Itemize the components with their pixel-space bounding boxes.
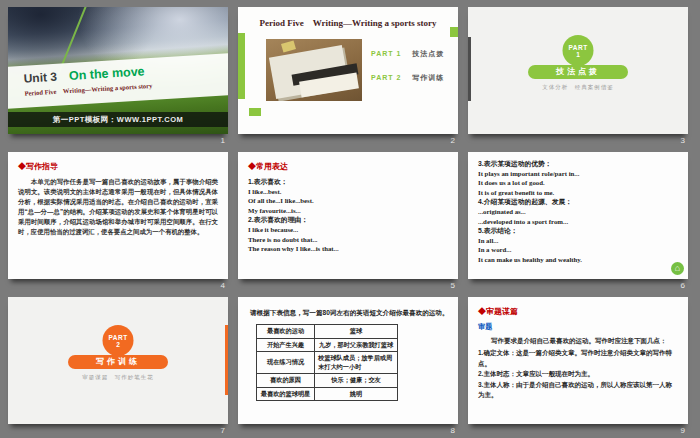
table-row: 现在练习情况 校篮球队成员；放学后或周末打大约一小时 <box>257 352 398 374</box>
section-heading: ◆写作指导 <box>18 161 218 172</box>
slide-title: Period Five Writing—Writing a sports sto… <box>238 17 458 30</box>
point-line: 1.确定文体：这是一篇介绍类文章。写作时注意介绍类文章的写作特点。 <box>478 348 678 369</box>
part-number: 2 <box>116 341 120 348</box>
slide-cell-4: ◆写作指导 本单元的写作任务是写一篇自己喜欢的运动故事，属于事物介绍类说明文。该… <box>8 152 228 297</box>
slide-thumbnail-6[interactable]: 3.表示某项运动的优势： It plays an important role/… <box>468 152 688 279</box>
slide-number: 5 <box>238 279 458 297</box>
table-value-cell: 姚明 <box>315 387 398 401</box>
table-key-cell: 最喜欢的运动 <box>257 325 315 339</box>
edge-bar-decoration <box>468 37 471 101</box>
expression-line: ...originated as... <box>478 207 678 217</box>
slide-cell-5: ◆常用表达 1.表示喜欢： I like...best. Of all the.… <box>238 152 458 297</box>
slide-thumbnail-9[interactable]: ◆审题谋篇 审题 写作要求是介绍自己最喜欢的运动。写作时应注意下面几点： 1.确… <box>468 297 688 424</box>
point-line: 2.主体时态：文章应以一般现在时为主。 <box>478 369 678 380</box>
expression-group-label: 3.表示某项运动的优势： <box>478 159 678 169</box>
expression-line: In a word... <box>478 245 678 255</box>
expression-group-label: 4.介绍某项运动的起源、发展： <box>478 197 678 207</box>
slide-number: 6 <box>468 279 688 297</box>
part-1-text: 技法点拨 <box>412 50 444 57</box>
table-key-cell: 喜欢的原因 <box>257 374 315 388</box>
slide-number: 8 <box>238 424 458 438</box>
section-heading: ◆审题谋篇 <box>478 306 678 317</box>
slide-thumbnail-2[interactable]: Period Five Writing—Writing a sports sto… <box>238 7 458 134</box>
section-subtitle: 文体分析 经典案例借鉴 <box>468 84 688 91</box>
expression-line: Of all the...I like...best. <box>248 196 448 206</box>
slide-thumbnail-7[interactable]: PART 2 写作训练 审题谋篇 写作妙笔生花 <box>8 297 228 424</box>
section-subtitle: 审题谋篇 写作妙笔生花 <box>8 374 228 381</box>
home-button[interactable]: ⌂ <box>671 262 684 275</box>
expression-line: The reason why I like...is that... <box>248 244 448 254</box>
expression-line: I like it because... <box>248 225 448 235</box>
slide-thumbnail-8[interactable]: 请根据下表信息，写一篇80词左右的英语短文介绍你最喜欢的运动。 最喜欢的运动 篮… <box>238 297 458 424</box>
expression-line: I like...best. <box>248 187 448 197</box>
part-word: PART <box>108 334 127 341</box>
table-value-cell: 九岁，那时父亲教我打篮球 <box>315 338 398 352</box>
slide-cell-6: 3.表示某项运动的优势： It plays an important role/… <box>468 152 688 297</box>
table-value-cell: 校篮球队成员；放学后或周末打大约一小时 <box>315 352 398 374</box>
slide-number: 2 <box>238 134 458 152</box>
table-value-cell: 篮球 <box>315 325 398 339</box>
expression-line: In all... <box>478 236 678 246</box>
slide-number: 1 <box>8 134 228 152</box>
part-circle-badge: PART 1 <box>563 35 594 66</box>
slide-cell-3: PART 1 技法点拨 文体分析 经典案例借鉴 3 <box>468 7 688 152</box>
expression-group-label: 2.表示喜欢的理由： <box>248 215 448 225</box>
notebook-photo <box>266 39 362 101</box>
slide-thumbnail-5[interactable]: ◆常用表达 1.表示喜欢： I like...best. Of all the.… <box>238 152 458 279</box>
part-2-label: PART 2 <box>371 74 401 81</box>
table-row: 最喜欢的运动 篮球 <box>257 325 398 339</box>
part-circle-badge: PART 2 <box>103 325 134 356</box>
slide-thumbnail-3[interactable]: PART 1 技法点拨 文体分析 经典案例借鉴 <box>468 7 688 134</box>
watermark-bar: 第一PPT模板网：WWW.1PPT.COM <box>8 112 228 127</box>
slide-thumbnail-4[interactable]: ◆写作指导 本单元的写作任务是写一篇自己喜欢的运动故事，属于事物介绍类说明文。该… <box>8 152 228 279</box>
table-key-cell: 开始产生兴趣 <box>257 338 315 352</box>
table-row: 最喜欢的篮球明星 姚明 <box>257 387 398 401</box>
section-title-pill: 写作训练 <box>68 355 168 369</box>
slide-cell-7: PART 2 写作训练 审题谋篇 写作妙笔生花 7 <box>8 297 228 438</box>
slide-thumbnail-grid: Unit 3 On the move Period Five Writing—W… <box>8 7 688 438</box>
expression-line: It can make us healthy and wealthy. <box>478 255 678 265</box>
part-number: 1 <box>576 51 580 58</box>
table-row: 喜欢的原因 快乐；健康；交友 <box>257 374 398 388</box>
unit-label: Unit 3 <box>23 70 57 86</box>
expression-line: ...developed into a sport from... <box>478 217 678 227</box>
table-key-cell: 现在练习情况 <box>257 352 315 374</box>
green-bar-decoration <box>238 33 245 99</box>
section-heading: ◆常用表达 <box>248 161 448 172</box>
expression-line: It does us a lot of good. <box>478 178 678 188</box>
photo-detail <box>281 40 296 52</box>
subsection-heading: 审题 <box>478 322 678 332</box>
intro-line: 写作要求是介绍自己最喜欢的运动。写作时应注意下面几点： <box>478 336 678 346</box>
task-info-table: 最喜欢的运动 篮球 开始产生兴趣 九岁，那时父亲教我打篮球 现在练习情况 校篮球… <box>256 324 398 401</box>
slide-number: 7 <box>8 424 228 438</box>
table-key-cell: 最喜欢的篮球明星 <box>257 387 315 401</box>
part-word: PART <box>568 44 587 51</box>
guidance-paragraph: 本单元的写作任务是写一篇自己喜欢的运动故事，属于事物介绍类说明文。该类说明文的主… <box>18 177 218 237</box>
expression-group-label: 5.表示结论： <box>478 226 678 236</box>
title-banner: Unit 3 On the move Period Five Writing—W… <box>8 53 228 109</box>
slide-cell-9: ◆审题谋篇 审题 写作要求是介绍自己最喜欢的运动。写作时应注意下面几点： 1.确… <box>468 297 688 438</box>
point-line: 3.主体人称：由于是介绍自己喜欢的运动，所以人称应该以第一人称为主。 <box>478 380 678 401</box>
task-instruction: 请根据下表信息，写一篇80词左右的英语短文介绍你最喜欢的运动。 <box>250 309 450 318</box>
slide-number: 9 <box>468 424 688 438</box>
slide-cell-2: Period Five Writing—Writing a sports sto… <box>238 7 458 152</box>
part-1-label: PART 1 <box>371 50 401 57</box>
slide-cell-1: Unit 3 On the move Period Five Writing—W… <box>8 7 228 152</box>
table-value-cell: 快乐；健康；交友 <box>315 374 398 388</box>
lesson-title: On the move <box>69 64 145 83</box>
expression-line: My favourite...is... <box>248 206 448 216</box>
slide-number: 3 <box>468 134 688 152</box>
agenda-part-1: PART 1 技法点拨 <box>371 49 444 59</box>
table-row: 开始产生兴趣 九岁，那时父亲教我打篮球 <box>257 338 398 352</box>
expression-line: It is of great benefit to me. <box>478 188 678 198</box>
slide-number: 4 <box>8 279 228 297</box>
part-2-text: 写作训练 <box>412 74 444 81</box>
green-square-decoration <box>249 108 261 116</box>
expression-line: There is no doubt that... <box>248 235 448 245</box>
section-title-pill: 技法点拨 <box>528 65 628 79</box>
expression-group-label: 1.表示喜欢： <box>248 177 448 187</box>
agenda-part-2: PART 2 写作训练 <box>371 73 444 83</box>
slide-thumbnail-1[interactable]: Unit 3 On the move Period Five Writing—W… <box>8 7 228 134</box>
edge-bar-decoration <box>225 325 228 395</box>
slide-cell-8: 请根据下表信息，写一篇80词左右的英语短文介绍你最喜欢的运动。 最喜欢的运动 篮… <box>238 297 458 438</box>
